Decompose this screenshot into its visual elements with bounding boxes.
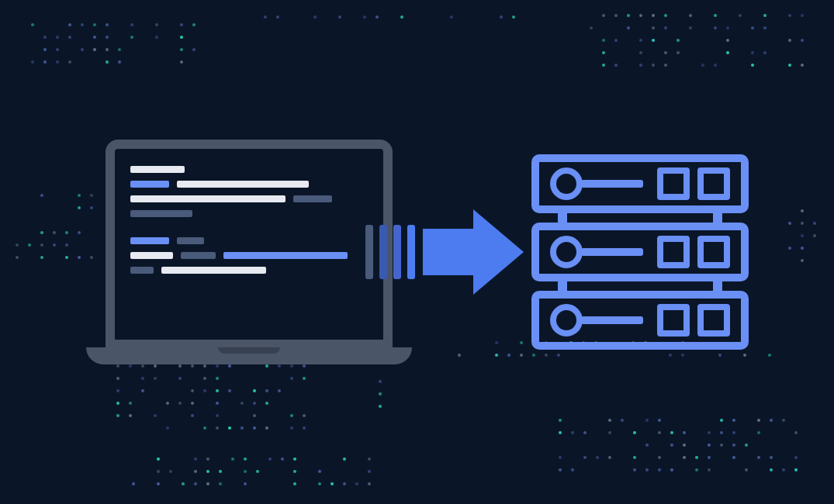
arrow-trail-icon xyxy=(365,225,415,279)
laptop-trackpad-notch xyxy=(218,347,280,354)
main-composition xyxy=(86,140,749,364)
server-rack-unit xyxy=(531,154,749,213)
server-rack-unit xyxy=(531,223,749,281)
deployment-illustration xyxy=(0,0,834,504)
laptop-screen xyxy=(106,140,393,349)
server-rack-unit xyxy=(531,291,749,350)
code-snippet xyxy=(130,166,368,274)
server-rack-icon xyxy=(531,154,749,350)
laptop-icon xyxy=(86,140,412,364)
laptop-base xyxy=(86,347,412,364)
transfer-arrow xyxy=(365,209,524,295)
arrow-right-icon xyxy=(423,209,524,295)
